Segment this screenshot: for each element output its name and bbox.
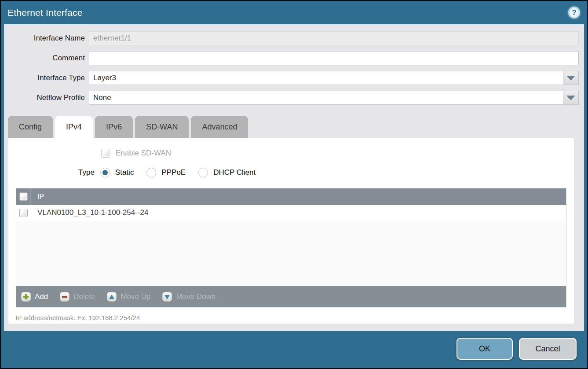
interface-name-label: Interface Name (4, 34, 89, 43)
cancel-button[interactable]: Cancel (519, 338, 577, 360)
table-empty-area (16, 221, 566, 286)
move-down-button-label: Move Down (176, 292, 215, 301)
table-row[interactable]: VLAN0100_L3_10-1-100-254--24 (16, 205, 566, 221)
dialog-body: Interface Name Comment Interface Type La… (4, 24, 584, 331)
radio-dhcp-client[interactable]: DHCP Client (198, 168, 256, 177)
netflow-profile-dropdown[interactable]: None (89, 91, 579, 105)
tab-ipv4[interactable]: IPv4 (55, 116, 93, 138)
interface-type-dropdown-trigger[interactable] (563, 71, 578, 85)
dialog-titlebar: Ethernet Interface ? (1, 1, 587, 24)
comment-field[interactable] (89, 51, 579, 65)
ip-column-header: IP (31, 193, 44, 201)
interface-type-label: Interface Type (4, 74, 89, 82)
row-checkbox[interactable] (19, 209, 28, 217)
address-type-row: Type Static PPPoE DHCP Client (78, 167, 574, 178)
ip-address-table: IP VLAN0100_L3_10-1-100-254--24 Add (16, 188, 566, 307)
form-row-comment: Comment (4, 51, 579, 65)
delete-button-label: Delete (73, 292, 95, 301)
radio-static-label: Static (115, 168, 134, 177)
dialog-title: Ethernet Interface (7, 7, 568, 18)
enable-sdwan-row: Enable SD-WAN (101, 148, 574, 158)
chevron-down-icon (566, 76, 575, 81)
ethernet-interface-dialog: Ethernet Interface ? Interface Name Comm… (0, 0, 588, 369)
radio-pppoe-icon[interactable] (146, 168, 156, 177)
interface-name-field (89, 31, 579, 45)
radio-dhcp-client-label: DHCP Client (213, 168, 256, 177)
add-button[interactable]: Add (21, 292, 48, 302)
minus-icon (60, 292, 69, 302)
tab-bar: Config IPv4 IPv6 SD-WAN Advanced (8, 116, 579, 138)
chevron-down-icon (566, 96, 575, 100)
dialog-footer: OK Cancel (1, 331, 587, 368)
move-down-button: Move Down (162, 292, 215, 302)
radio-pppoe[interactable]: PPPoE (146, 168, 186, 177)
enable-sdwan-label: Enable SD-WAN (116, 149, 171, 158)
arrow-up-icon (107, 292, 117, 302)
add-button-label: Add (35, 292, 48, 301)
form-row-interface-type: Interface Type Layer3 (4, 71, 579, 85)
select-all-checkbox[interactable] (19, 192, 28, 201)
radio-dhcp-client-icon[interactable] (198, 168, 208, 177)
form-row-netflow-profile: Netflow Profile None (4, 91, 579, 105)
tab-advanced[interactable]: Advanced (191, 116, 248, 138)
ip-row-value: VLAN0100_L3_10-1-100-254--24 (31, 208, 148, 217)
delete-button: Delete (60, 292, 95, 302)
netflow-profile-value: None (89, 91, 563, 104)
ipv4-tab-panel: Enable SD-WAN Type Static PPPoE DHCP Cli… (8, 138, 574, 324)
enable-sdwan-checkbox (101, 149, 110, 158)
radio-pppoe-label: PPPoE (161, 168, 186, 177)
tab-config[interactable]: Config (8, 116, 53, 138)
arrow-down-icon (162, 292, 172, 302)
form-row-interface-name: Interface Name (4, 31, 579, 45)
type-label: Type (78, 168, 95, 177)
comment-label: Comment (4, 54, 89, 63)
netflow-profile-label: Netflow Profile (4, 93, 89, 102)
netflow-profile-dropdown-trigger[interactable] (563, 91, 578, 104)
move-up-button: Move Up (107, 292, 150, 302)
interface-type-value: Layer3 (89, 71, 563, 85)
table-toolbar: Add Delete Move Up Move Down (16, 286, 566, 307)
help-icon[interactable]: ? (568, 7, 580, 18)
tab-sd-wan[interactable]: SD-WAN (135, 116, 189, 138)
ip-table-header: IP (16, 188, 566, 205)
move-up-button-label: Move Up (121, 292, 150, 301)
radio-static[interactable]: Static (100, 168, 134, 177)
ip-format-hint: IP address/netmask. Ex. 192.168.2.254/24 (15, 314, 574, 321)
plus-icon (21, 292, 31, 302)
tab-ipv6[interactable]: IPv6 (95, 116, 133, 138)
interface-type-dropdown[interactable]: Layer3 (89, 71, 579, 85)
ok-button[interactable]: OK (457, 338, 513, 360)
radio-static-icon[interactable] (100, 168, 110, 177)
